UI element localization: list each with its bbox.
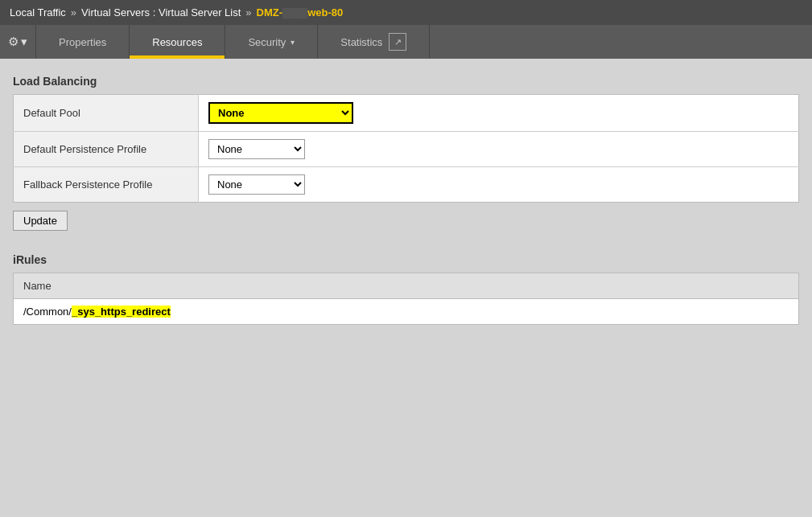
default-persistence-select[interactable]: None [208, 139, 305, 159]
tab-bar: ⚙ ▾ Properties Resources Security ▾ Stat… [0, 25, 812, 59]
gear-menu-button[interactable]: ⚙ ▾ [0, 25, 36, 59]
gear-dropdown-arrow: ▾ [21, 35, 27, 49]
default-pool-cell: None [199, 95, 799, 132]
irules-heading: iRules [13, 253, 799, 266]
table-row: Default Pool None [14, 95, 799, 132]
irules-name-header: Name [14, 273, 799, 299]
table-row: Default Persistence Profile None [14, 132, 799, 167]
irule-link[interactable]: /Common/_sys_https_redirect [23, 306, 171, 318]
load-balancing-table: Default Pool None Default Persistence Pr… [13, 94, 799, 203]
irules-header-row: Name [14, 273, 799, 299]
table-row: Fallback Persistence Profile None [14, 167, 799, 203]
tab-statistics-label: Statistics [340, 36, 382, 48]
breadcrumb-highlight: DMZ-████web-80 [257, 6, 344, 18]
table-row: /Common/_sys_https_redirect [14, 299, 799, 325]
tab-security-label: Security [248, 36, 286, 48]
tab-security[interactable]: Security ▾ [225, 25, 318, 59]
tab-properties-label: Properties [59, 36, 106, 48]
gear-icon: ⚙ [8, 35, 19, 49]
update-button[interactable]: Update [13, 211, 68, 231]
default-persistence-label: Default Persistence Profile [14, 132, 199, 167]
irule-cell: /Common/_sys_https_redirect [14, 299, 799, 325]
irule-prefix: /Common/ [23, 306, 72, 318]
tab-resources[interactable]: Resources [130, 25, 225, 59]
irules-section: iRules Name /Common/_sys_https_redirect [13, 253, 799, 325]
breadcrumb-part2: Virtual Servers : Virtual Server List [81, 6, 241, 18]
irule-highlighted-text: _sys_https_redirect [72, 306, 171, 318]
tab-resources-label: Resources [152, 36, 202, 48]
fallback-persistence-cell: None [199, 167, 799, 203]
default-persistence-cell: None [199, 132, 799, 167]
fallback-persistence-label: Fallback Persistence Profile [14, 167, 199, 203]
security-dropdown-arrow: ▾ [291, 38, 295, 47]
load-balancing-heading: Load Balancing [13, 75, 799, 88]
tab-statistics[interactable]: Statistics ↗ [318, 25, 430, 59]
default-pool-label: Default Pool [14, 95, 199, 132]
breadcrumb-sep2: » [245, 6, 251, 18]
breadcrumb-part1: Local Traffic [10, 6, 66, 18]
default-pool-select[interactable]: None [208, 102, 353, 124]
external-link-icon: ↗ [389, 33, 406, 51]
breadcrumb-sep1: » [71, 6, 76, 18]
main-content: Load Balancing Default Pool None Default… [0, 59, 812, 341]
irules-table: Name /Common/_sys_https_redirect [13, 273, 799, 325]
breadcrumb-bar: Local Traffic » Virtual Servers : Virtua… [0, 0, 812, 25]
fallback-persistence-select[interactable]: None [208, 174, 305, 195]
tab-properties[interactable]: Properties [36, 25, 130, 59]
